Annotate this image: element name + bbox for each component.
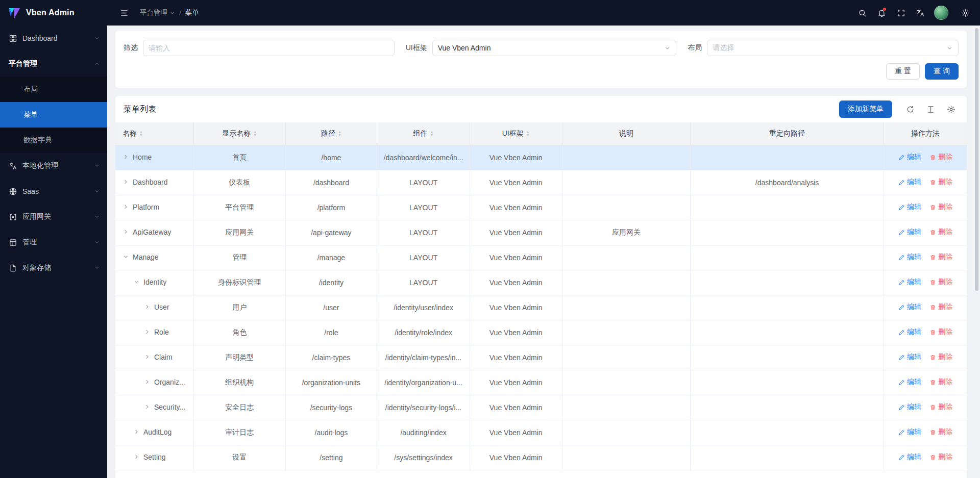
component-cell: /identity/security-logs/i... — [377, 395, 470, 420]
edit-button[interactable]: 编辑 — [898, 328, 921, 337]
edit-button[interactable]: 编辑 — [898, 427, 921, 437]
translate-icon — [916, 9, 925, 17]
ui-framework-select[interactable]: Vue Vben Admin — [432, 40, 677, 56]
delete-button[interactable]: 删除 — [929, 203, 952, 212]
expand-row-icon[interactable] — [144, 354, 151, 360]
trash-icon — [929, 329, 936, 336]
collapse-row-icon[interactable] — [122, 254, 129, 260]
description-cell — [562, 270, 691, 295]
expand-row-icon[interactable] — [144, 329, 151, 335]
sort-icon[interactable]: ▲▼ — [430, 131, 434, 137]
column-header[interactable]: 显示名称▲▼ — [193, 122, 285, 145]
column-header[interactable]: 名称▲▼ — [115, 122, 193, 145]
language-button[interactable] — [912, 4, 929, 21]
menu-fold-icon — [120, 9, 129, 17]
sort-icon[interactable]: ▲▼ — [526, 131, 530, 137]
sort-icon[interactable]: ▲▼ — [139, 131, 143, 137]
table-row[interactable]: Manage管理/manageLAYOUTVue Vben Admin编辑删除 — [115, 245, 967, 270]
sidebar-item-gateway[interactable]: 应用网关 — [0, 204, 107, 230]
delete-button[interactable]: 删除 — [929, 253, 952, 262]
table-row[interactable]: Security...安全日志/security-logs/identity/s… — [115, 395, 967, 420]
sidebar-item-storage[interactable]: 对象存储 — [0, 255, 107, 281]
filter-label: 筛选 — [124, 43, 138, 53]
edit-button[interactable]: 编辑 — [898, 278, 921, 287]
edit-button[interactable]: 编辑 — [898, 203, 921, 212]
delete-button[interactable]: 删除 — [929, 228, 952, 237]
expand-row-icon[interactable] — [133, 429, 140, 435]
expand-row-icon[interactable] — [133, 454, 140, 460]
delete-button[interactable]: 删除 — [929, 378, 952, 387]
delete-button[interactable]: 删除 — [929, 353, 952, 362]
add-menu-button[interactable]: 添加新菜单 — [839, 100, 892, 118]
table-row[interactable]: Setting设置/setting/sys/settings/indexVue … — [115, 445, 967, 470]
expand-row-icon[interactable] — [122, 179, 129, 185]
breadcrumb-platform[interactable]: 平台管理 — [140, 8, 175, 17]
search-button[interactable]: 查 询 — [925, 63, 959, 80]
reset-button[interactable]: 重 置 — [886, 63, 920, 80]
delete-button[interactable]: 删除 — [929, 278, 952, 287]
global-search-button[interactable] — [853, 4, 871, 21]
edit-button[interactable]: 编辑 — [898, 228, 921, 237]
logo[interactable]: Vben Admin — [0, 0, 107, 26]
delete-button[interactable]: 删除 — [929, 178, 952, 187]
sidebar-subitem-menu[interactable]: 菜单 — [0, 102, 107, 128]
edit-button[interactable]: 编辑 — [898, 303, 921, 312]
edit-button[interactable]: 编辑 — [898, 253, 921, 262]
sidebar-item-platform[interactable]: 平台管理 — [0, 51, 107, 77]
trash-icon — [929, 204, 936, 211]
column-header[interactable]: 组件▲▼ — [377, 122, 470, 145]
delete-button[interactable]: 删除 — [929, 452, 952, 462]
component-cell: /auditing/index — [377, 420, 470, 445]
column-settings-button[interactable] — [943, 102, 959, 117]
expand-row-icon[interactable] — [122, 204, 129, 210]
edit-button[interactable]: 编辑 — [898, 378, 921, 387]
table-row[interactable]: User用户/user/identity/user/indexVue Vben … — [115, 295, 967, 320]
scrollbar-thumb[interactable] — [975, 28, 978, 291]
sidebar-item-localization[interactable]: 本地化管理 — [0, 153, 107, 179]
expand-row-icon[interactable] — [144, 304, 151, 310]
preferences-button[interactable] — [957, 4, 974, 21]
table-row[interactable]: Organiz...组织机构/organization-units/identi… — [115, 370, 967, 395]
table-row[interactable]: Dashboard仪表板/dashboardLAYOUTVue Vben Adm… — [115, 170, 967, 195]
sidebar-item-saas[interactable]: Saas — [0, 179, 107, 204]
table-row[interactable]: ApiGateway应用网关/api-gatewayLAYOUTVue Vben… — [115, 220, 967, 245]
table-row[interactable]: AuditLog审计日志/audit-logs/auditing/indexVu… — [115, 420, 967, 445]
sidebar-subitem-dict[interactable]: 数据字典 — [0, 128, 107, 153]
column-header[interactable]: 路径▲▼ — [285, 122, 377, 145]
refresh-button[interactable] — [902, 102, 918, 117]
fullscreen-button[interactable] — [892, 4, 910, 21]
delete-button[interactable]: 删除 — [929, 153, 952, 162]
page-scrollbar[interactable] — [975, 27, 978, 475]
sidebar-collapse-button[interactable] — [115, 4, 133, 21]
edit-button[interactable]: 编辑 — [898, 153, 921, 162]
delete-button[interactable]: 删除 — [929, 402, 952, 412]
notifications-button[interactable] — [873, 4, 890, 21]
user-avatar[interactable] — [934, 6, 948, 20]
sidebar-item-dashboard[interactable]: Dashboard — [0, 26, 107, 51]
delete-button[interactable]: 删除 — [929, 303, 952, 312]
table-row[interactable]: Platform平台管理/platformLAYOUTVue Vben Admi… — [115, 195, 967, 220]
sidebar-item-management[interactable]: 管理 — [0, 230, 107, 255]
row-height-button[interactable] — [923, 102, 938, 117]
table-row[interactable]: Identity身份标识管理/identityLAYOUTVue Vben Ad… — [115, 270, 967, 295]
table-row[interactable]: Role角色/role/identity/role/indexVue Vben … — [115, 320, 967, 345]
delete-button[interactable]: 删除 — [929, 328, 952, 337]
filter-keyword-input[interactable] — [143, 40, 395, 56]
edit-button[interactable]: 编辑 — [898, 353, 921, 362]
expand-row-icon[interactable] — [122, 229, 129, 235]
expand-row-icon[interactable] — [122, 154, 129, 160]
table-row[interactable]: Claim声明类型/claim-types/identity/claim-typ… — [115, 345, 967, 370]
edit-button[interactable]: 编辑 — [898, 178, 921, 187]
table-row[interactable]: Home首页/home/dashboard/welcome/in...Vue V… — [115, 145, 967, 170]
sort-icon[interactable]: ▲▼ — [338, 131, 341, 137]
layout-select[interactable]: 请选择 — [707, 40, 959, 56]
collapse-row-icon[interactable] — [133, 279, 140, 285]
sidebar-subitem-layout[interactable]: 布局 — [0, 77, 107, 102]
column-header[interactable]: UI框架▲▼ — [470, 122, 562, 145]
expand-row-icon[interactable] — [144, 404, 151, 410]
delete-button[interactable]: 删除 — [929, 427, 952, 437]
edit-button[interactable]: 编辑 — [898, 452, 921, 462]
edit-button[interactable]: 编辑 — [898, 402, 921, 412]
expand-row-icon[interactable] — [144, 379, 151, 385]
sort-icon[interactable]: ▲▼ — [253, 131, 257, 137]
